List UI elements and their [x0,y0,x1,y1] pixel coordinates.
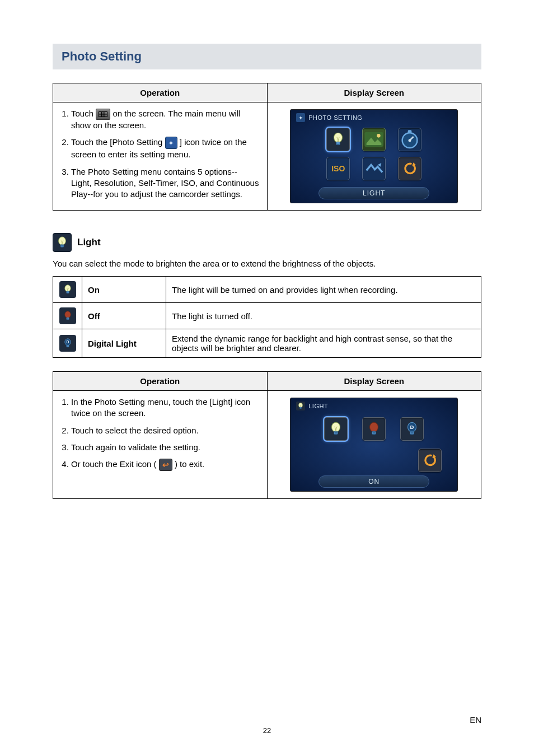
language-code: EN [470,715,481,725]
display-cell: ✦ PHOTO SETTING ISO LIGHT [267,102,481,211]
bulb-digital-icon [59,335,76,352]
tile-exit[interactable] [418,449,442,472]
page-number: 22 [0,726,534,735]
light-modes-table: On The light will be turned on and provi… [53,276,481,358]
light-subtitle: Light [53,233,481,252]
mode-desc: The light will be turned on and provides… [166,277,481,303]
display-cell: LIGHT ON [267,391,481,499]
mode-desc: The light is turned off. [166,303,481,329]
table-row: On The light will be turned on and provi… [53,277,481,303]
footer: 22 EN [0,726,534,735]
gear-icon: ✦ [296,113,305,122]
photo-setting-icon [165,137,177,149]
mode-name: On [82,277,166,303]
screen-title: LIGHT [308,403,328,409]
bulb-off-icon [59,307,76,324]
mode-desc: Extend the dynamic range for backlight a… [166,329,481,358]
tile-exit[interactable] [398,157,421,180]
exit-icon [159,459,172,471]
tile-light[interactable] [326,128,350,151]
col-operation: Operation [53,372,268,391]
bulb-on-icon [59,281,76,298]
operation-table-2: Operation Display Screen In the Photo Se… [53,371,481,499]
section-header: Photo Setting [53,44,481,69]
screen-caption: LIGHT [318,187,429,199]
operation-cell: Touch on the screen. The main menu will … [53,102,268,211]
screen-caption: ON [318,475,429,488]
step-1: Touch on the screen. The main menu will … [71,108,260,131]
mode-name: Digital Light [82,329,166,358]
col-operation: Operation [53,83,268,102]
tile-iso[interactable]: ISO [326,157,350,180]
screen-title: PHOTO SETTING [308,114,362,121]
tile-continuous[interactable] [362,157,386,180]
device-screen-light: LIGHT ON [290,398,458,492]
step-1: In the Photo Setting menu, touch the [Li… [71,396,260,419]
device-screen-photo-setting: ✦ PHOTO SETTING ISO LIGHT [290,109,458,203]
light-intro: You can select the mode to brighten the … [53,259,481,268]
step-3: Touch again to validate the setting. [71,442,260,453]
step-4: Or touch the Exit icon ( ) to exit. [71,459,260,471]
table-row: Digital Light Extend the dynamic range f… [53,329,481,358]
light-bulb-icon [296,402,305,410]
operation-cell: In the Photo Setting menu, touch the [Li… [53,391,268,499]
col-display: Display Screen [267,372,481,391]
section-title: Photo Setting [62,49,472,64]
mode-name: Off [82,303,166,329]
light-bulb-icon [53,233,72,252]
option-on[interactable] [324,417,348,441]
table-row: Off The light is turned off. [53,303,481,329]
option-off[interactable] [362,417,386,441]
grid-menu-icon [96,109,110,120]
step-2: Touch the [Photo Setting ] icon twice on… [71,137,260,160]
step-3: The Photo Setting menu contains 5 option… [71,166,260,200]
option-digital[interactable] [400,417,424,441]
step-2: Touch to select the desired option. [71,425,260,436]
tile-self-timer[interactable] [398,128,421,151]
operation-table-1: Operation Display Screen Touch on the sc… [53,83,481,211]
